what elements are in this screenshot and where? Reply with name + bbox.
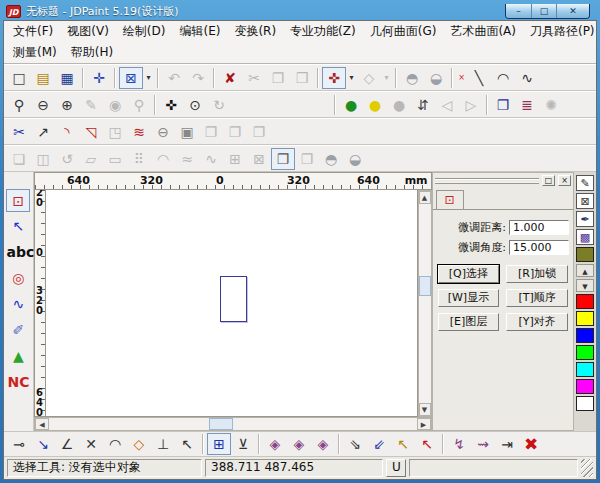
zoom-window[interactable]: ⚲ bbox=[7, 94, 31, 116]
select-frame-dropdown[interactable]: ▾ bbox=[143, 67, 154, 89]
cancel-operation[interactable]: ✖ bbox=[519, 433, 543, 455]
horizontal-scrollbar[interactable]: ◀ ▶ bbox=[34, 417, 432, 431]
pattern-fill-tool[interactable]: ▩ bbox=[576, 229, 594, 245]
crosshair-tool[interactable]: ✛ bbox=[87, 67, 111, 89]
open-file[interactable]: ▤ bbox=[31, 67, 55, 89]
color-swatch[interactable] bbox=[576, 294, 594, 309]
delete-node[interactable]: × bbox=[456, 67, 467, 89]
color-swatch[interactable] bbox=[576, 328, 594, 343]
snap-corner[interactable]: ∠ bbox=[55, 433, 79, 455]
pen-color-tool[interactable]: ✎ bbox=[576, 175, 594, 191]
group-objects[interactable]: ❐ bbox=[271, 148, 295, 170]
transform-dropdown[interactable]: ▾ bbox=[346, 67, 357, 89]
horizontal-scroll-thumb[interactable] bbox=[209, 418, 233, 430]
palette-scroll-down[interactable]: ▼ bbox=[576, 279, 594, 292]
snap-endpoint[interactable]: ⊸ bbox=[7, 433, 31, 455]
select-frame[interactable]: ⊠ bbox=[119, 67, 143, 89]
panel-header[interactable]: □ × bbox=[433, 173, 574, 186]
scroll-left-arrow[interactable]: ◀ bbox=[35, 418, 49, 430]
color-swatch[interactable] bbox=[576, 396, 594, 411]
menu-item[interactable]: 绘制(D) bbox=[116, 22, 173, 41]
menu-item[interactable]: 测量(M) bbox=[6, 43, 64, 62]
panel-restore-button[interactable]: □ bbox=[542, 175, 555, 186]
snap-quadrant[interactable]: ◇ bbox=[127, 433, 151, 455]
light-green[interactable]: ● bbox=[339, 94, 363, 116]
scroll-down-arrow[interactable]: ▼ bbox=[419, 403, 431, 416]
draw-arc[interactable]: ◠ bbox=[491, 67, 515, 89]
lamp-tool[interactable]: ▲ bbox=[6, 345, 30, 368]
scroll-up-arrow[interactable]: ▲ bbox=[419, 191, 431, 204]
menu-item[interactable]: 帮助(H) bbox=[64, 43, 120, 62]
knife-tool[interactable]: ✐ bbox=[6, 319, 30, 342]
layer-manager[interactable]: ❐ bbox=[491, 94, 515, 116]
scroll-right-arrow[interactable]: ▶ bbox=[417, 418, 431, 430]
text-tool[interactable]: abc bbox=[6, 241, 30, 264]
color-swatch[interactable] bbox=[576, 379, 594, 394]
select-mode-button[interactable]: [Q]选择 bbox=[438, 265, 500, 283]
light-yellow[interactable]: ● bbox=[363, 94, 387, 116]
drawn-rectangle[interactable] bbox=[220, 276, 247, 322]
color-swatch[interactable] bbox=[576, 311, 594, 326]
delete-object[interactable]: ✘ bbox=[218, 67, 242, 89]
vertical-scrollbar[interactable]: ▲ ▼ bbox=[418, 190, 432, 417]
work-plane-xy[interactable]: ◈ bbox=[263, 433, 287, 455]
project-curve[interactable]: ⇝ bbox=[471, 433, 495, 455]
resize-grip[interactable] bbox=[581, 459, 593, 477]
pick-remove[interactable]: ↖ bbox=[415, 433, 439, 455]
fillet-corner[interactable]: ◝ bbox=[55, 121, 79, 143]
offset-curve[interactable]: ≋ bbox=[127, 121, 151, 143]
menu-item[interactable]: 视图(V) bbox=[60, 22, 116, 41]
draw-curve[interactable]: ∿ bbox=[515, 67, 539, 89]
snap-nearest[interactable]: ↘ bbox=[31, 433, 55, 455]
layer-list[interactable]: ≣ bbox=[515, 94, 539, 116]
order-button[interactable]: [T]顺序 bbox=[506, 289, 568, 307]
menu-item[interactable]: 文件(F) bbox=[6, 22, 60, 41]
nudge-distance-input[interactable]: 1.000 bbox=[509, 220, 569, 235]
snap-grid[interactable]: ⊞ bbox=[207, 433, 231, 455]
selection-tab[interactable]: ⊡ bbox=[436, 190, 464, 209]
detach-from-surface[interactable]: ⇙ bbox=[367, 433, 391, 455]
save-file[interactable]: ▦ bbox=[55, 67, 79, 89]
close-button[interactable]: ✕ bbox=[556, 4, 589, 18]
draw-line[interactable]: ╲ bbox=[467, 67, 491, 89]
surface-dome[interactable]: ◓ bbox=[400, 67, 424, 89]
nc-cutter-tool[interactable]: NC bbox=[6, 371, 30, 394]
panel-drag-grip[interactable] bbox=[435, 178, 540, 184]
light-toggle[interactable]: ⇵ bbox=[411, 94, 435, 116]
pick-add[interactable]: ↖ bbox=[391, 433, 415, 455]
menu-item[interactable]: 编辑(E) bbox=[172, 22, 227, 41]
transform-move[interactable]: ✜ bbox=[322, 67, 346, 89]
dome-convex[interactable]: ◓ bbox=[319, 148, 343, 170]
drawing-canvas[interactable] bbox=[46, 190, 418, 417]
unit-toggle-button[interactable]: U bbox=[386, 459, 406, 477]
snap-axis[interactable]: ⊻ bbox=[231, 433, 255, 455]
select-tool[interactable]: ⊡ bbox=[6, 189, 30, 212]
menu-item[interactable]: 刀具路径(P) bbox=[523, 22, 600, 41]
minimize-button[interactable]: – bbox=[506, 4, 531, 18]
snap-tangent[interactable]: ◠ bbox=[103, 433, 127, 455]
no-fill-tool[interactable]: ⊠ bbox=[576, 193, 594, 209]
align-button[interactable]: [Y]对齐 bbox=[506, 313, 568, 331]
color-swatch[interactable] bbox=[576, 362, 594, 377]
menu-item[interactable]: 变换(R) bbox=[227, 22, 283, 41]
slot-shape[interactable]: ⊖ bbox=[151, 121, 175, 143]
pan-view[interactable]: ✜ bbox=[159, 94, 183, 116]
work-plane-yz[interactable]: ◈ bbox=[287, 433, 311, 455]
shape-tool[interactable]: ◎ bbox=[6, 267, 30, 290]
insert-note[interactable]: ⇥ bbox=[495, 433, 519, 455]
new-file[interactable]: □ bbox=[7, 67, 31, 89]
display-button[interactable]: [W]显示 bbox=[438, 289, 500, 307]
menu-item[interactable]: 专业功能(Z) bbox=[283, 22, 363, 41]
zoom-actual[interactable]: ⊙ bbox=[183, 94, 207, 116]
color-picker-tool[interactable]: ✒ bbox=[576, 211, 594, 227]
concentric-offset[interactable]: ▣ bbox=[175, 121, 199, 143]
curve-tool[interactable]: ∿ bbox=[6, 293, 30, 316]
menu-item[interactable]: 几何曲面(G) bbox=[363, 22, 444, 41]
snap-perpendicular[interactable]: ⊥ bbox=[151, 433, 175, 455]
snap-pick[interactable]: ↖ bbox=[175, 433, 199, 455]
snap-intersection[interactable]: ✕ bbox=[79, 433, 103, 455]
project-point[interactable]: ↯ bbox=[447, 433, 471, 455]
cut-object[interactable]: ✂ bbox=[7, 121, 31, 143]
menu-item[interactable]: 艺术曲面(A) bbox=[443, 22, 523, 41]
color-swatch[interactable] bbox=[576, 247, 594, 262]
